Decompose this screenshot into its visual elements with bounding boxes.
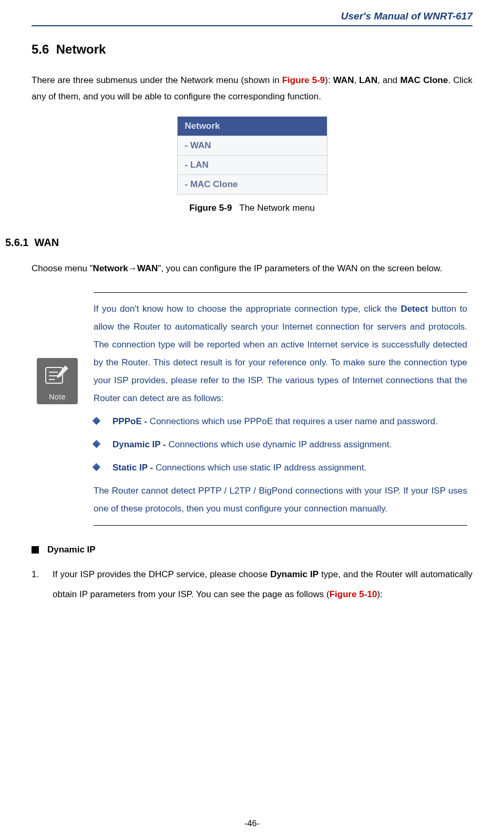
subsection-number: 5.6.1 [5, 237, 28, 248]
bullet-body: Connections which use dynamic IP address… [168, 439, 392, 449]
bullet-dynamic-ip: Dynamic IP - Connections which use dynam… [94, 436, 467, 454]
notepad-pencil-icon [44, 364, 69, 386]
figure-ref-5-9: Figure 5-9 [282, 75, 325, 85]
bullet-title: Static IP - [112, 463, 156, 473]
bullet-static-ip: Static IP - Connections which use static… [94, 459, 467, 477]
menu-item-lan: - LAN [178, 155, 327, 175]
term-mac-clone: MAC Clone [400, 75, 448, 85]
term-wan: WAN [333, 75, 354, 85]
note-bullets: PPPoE - Connections which use PPPoE that… [94, 413, 467, 477]
intro-text: , and [377, 75, 400, 85]
dynamic-ip-term: Dynamic IP [270, 569, 318, 579]
detect-button-name: Detect [400, 304, 428, 314]
li-text: If your ISP provides the DHCP service, p… [53, 569, 270, 579]
note-text-span: button to allow the Router to automatica… [94, 304, 467, 403]
running-header: User's Manual of WNRT-617 [32, 11, 472, 26]
li-text: ): [377, 589, 382, 599]
intro-text: ): [325, 75, 333, 85]
section-title: Network [56, 42, 106, 56]
note-text-span: If you don't know how to choose the appr… [94, 304, 400, 314]
menu-header: Network [178, 117, 327, 136]
note-icon-column: Note [37, 358, 84, 404]
menu-path: Network→WAN [93, 263, 158, 273]
note-paragraph-2: The Router cannot detect PPTP / L2TP / B… [94, 482, 467, 518]
term-lan: LAN [359, 75, 377, 85]
menu-item-wan: - WAN [178, 136, 327, 155]
network-menu-screenshot: Network - WAN - LAN - MAC Clone [177, 116, 327, 194]
note-rule-bottom [94, 525, 467, 526]
figure-label: Figure 5-9 [189, 203, 232, 213]
figure-caption: Figure 5-9 The Network menu [32, 203, 472, 213]
note-paragraph-1: If you don't know how to choose the appr… [94, 300, 467, 407]
bullet-pppoe: PPPoE - Connections which use PPPoE that… [94, 413, 467, 431]
figure-desc: The Network menu [239, 203, 315, 213]
bullet-title: PPPoE - [112, 416, 150, 426]
bullet-body: Connections which use static IP address … [156, 463, 366, 473]
subsection-title: WAN [35, 237, 59, 248]
note-label: Note [49, 393, 66, 401]
figure-ref-5-10: Figure 5-10 [330, 589, 377, 599]
section-heading: 5.6 Network [32, 42, 472, 57]
intro-paragraph: There are three submenus under the Netwo… [32, 73, 472, 105]
subsection-intro: Choose menu "Network→WAN", you can confi… [32, 258, 472, 279]
dynamic-ip-heading: Dynamic IP [32, 545, 472, 555]
bullet-body: Connections which use PPPoE that require… [150, 416, 438, 426]
sub-intro-text: Choose menu " [32, 263, 93, 273]
sub-intro-text: ", you can configure the IP parameters o… [158, 263, 442, 273]
numbered-list: If your ISP provides the DHCP service, p… [32, 565, 472, 604]
list-item-1: If your ISP provides the DHCP service, p… [32, 565, 472, 604]
menu-item-mac-clone: - MAC Clone [178, 175, 327, 194]
note-icon: Note [37, 358, 78, 404]
intro-text: There are three submenus under the Netwo… [32, 75, 282, 85]
subsection-heading: 5.6.1 WAN [5, 237, 472, 249]
note-content: If you don't know how to choose the appr… [94, 300, 467, 518]
intro-text: , [354, 75, 359, 85]
section-number: 5.6 [32, 42, 49, 56]
page-number: -46- [0, 819, 504, 828]
bullet-title: Dynamic IP - [112, 439, 168, 449]
note-block: Note If you don't know how to choose the… [37, 292, 467, 526]
figure-5-9: Network - WAN - LAN - MAC Clone Figure 5… [32, 116, 472, 213]
